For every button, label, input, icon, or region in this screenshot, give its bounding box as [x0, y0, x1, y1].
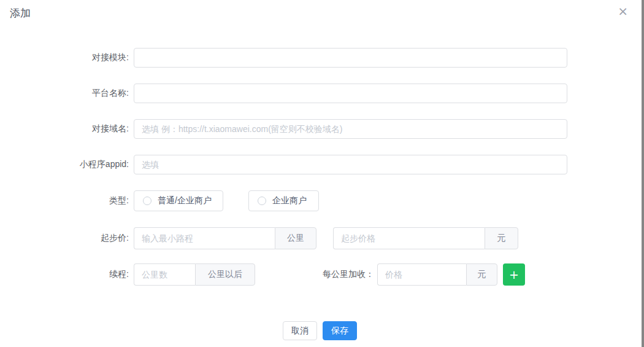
continuation-km-input[interactable]: [134, 263, 195, 286]
plus-icon: +: [509, 263, 519, 286]
continuation-label: 续程:: [5, 269, 129, 280]
radio-option-normal-merchant[interactable]: 普通/企业商户: [134, 190, 223, 211]
type-label: 类型:: [5, 195, 129, 206]
cancel-button[interactable]: 取消: [283, 321, 317, 340]
dialog-title: 添加: [10, 6, 31, 20]
base-price-label: 起步价:: [5, 233, 129, 244]
per-km-price-input[interactable]: [377, 263, 466, 286]
base-price-group: 元: [333, 227, 518, 249]
radio-option-enterprise-merchant[interactable]: 企业商户: [248, 190, 319, 211]
yuan-unit-suffix: 元: [485, 227, 518, 249]
page-scrollbar[interactable]: [642, 0, 644, 347]
km-unit-suffix: 公里: [275, 227, 316, 249]
per-km-surcharge-label: 每公里加收：: [255, 269, 374, 280]
platform-name-input[interactable]: [134, 84, 567, 103]
form-row-module: 对接模块:: [5, 48, 644, 68]
appid-input[interactable]: [134, 155, 567, 174]
form-row-base-price: 起步价: 公里 元: [5, 227, 644, 249]
dialog-footer: 取消 保存: [283, 321, 357, 340]
km-after-suffix: 公里以后: [195, 263, 255, 286]
form-row-platform-name: 平台名称:: [5, 84, 644, 103]
min-distance-group: 公里: [134, 227, 316, 249]
form-row-appid: 小程序appid:: [5, 155, 644, 174]
per-km-price-group: 元: [377, 263, 497, 286]
form-row-type: 类型: 普通/企业商户 企业商户: [5, 190, 644, 211]
add-tier-button[interactable]: +: [503, 263, 525, 286]
radio-option-label: 企业商户: [272, 195, 307, 206]
form-row-domain: 对接域名:: [5, 119, 644, 139]
save-button[interactable]: 保存: [323, 321, 357, 340]
radio-option-label: 普通/企业商户: [158, 195, 212, 206]
form-row-continuation: 续程: 公里以后 每公里加收： 元 +: [5, 263, 644, 286]
domain-label: 对接域名:: [5, 123, 129, 135]
module-label: 对接模块:: [5, 52, 129, 63]
base-price-input[interactable]: [333, 227, 485, 249]
close-icon[interactable]: ×: [618, 5, 628, 17]
add-form: 对接模块: 平台名称: 对接域名: 小程序appid: 类型: 普通/企业商户 …: [5, 48, 644, 299]
module-input[interactable]: [134, 48, 567, 68]
min-distance-input[interactable]: [134, 227, 275, 249]
radio-circle-icon[interactable]: [258, 197, 266, 205]
yuan-unit-suffix: 元: [466, 263, 497, 286]
radio-circle-icon[interactable]: [143, 197, 151, 205]
domain-input[interactable]: [134, 119, 567, 139]
appid-label: 小程序appid:: [5, 159, 129, 170]
continuation-km-group: 公里以后: [134, 263, 255, 286]
platform-name-label: 平台名称:: [5, 88, 129, 99]
